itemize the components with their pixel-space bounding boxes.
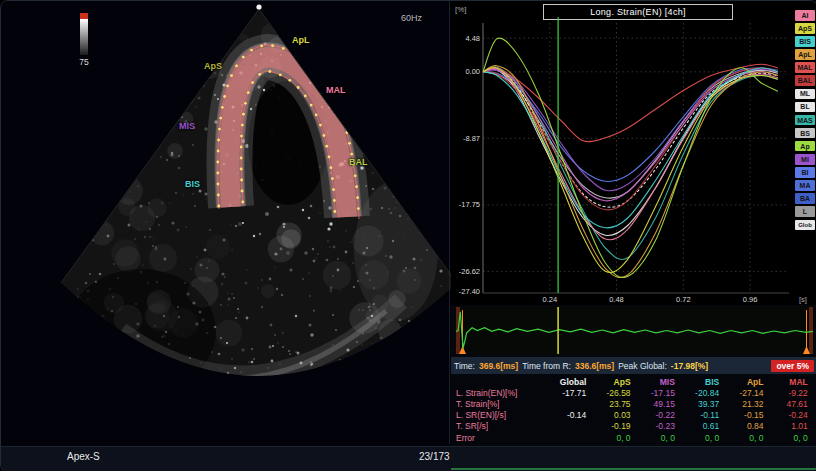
tracking-dot: [271, 44, 274, 47]
tracking-dot: [319, 124, 322, 127]
tracking-dot: [334, 210, 337, 213]
strain-curve-BS: [483, 70, 778, 198]
time-from-r-value: 336.6[ms]: [575, 361, 614, 371]
x-tick-label: 0.48: [609, 295, 624, 304]
table-header-row: GlobalApSMISBISApLMAL: [451, 376, 816, 387]
table-cell: 23.75: [595, 399, 639, 409]
row-label: L. SR(EN)[/s]: [451, 410, 551, 420]
segment-chip-Glob[interactable]: Glob: [795, 220, 815, 231]
x-axis-unit-label: [s]: [799, 295, 807, 304]
tracking-dot: [354, 174, 357, 177]
ecg-strip[interactable]: [456, 307, 813, 354]
ultrasound-sector: [1, 9, 451, 446]
strain-curve-Global: [483, 70, 778, 208]
tracking-dot: [240, 146, 243, 149]
segment-chip-Ap[interactable]: Ap: [795, 141, 815, 152]
tracking-dot: [310, 104, 313, 107]
tracking-dot: [325, 145, 328, 148]
table-cell: -0.22: [640, 410, 684, 420]
tracking-dot: [269, 70, 272, 73]
segment-chip-BIS[interactable]: BIS: [795, 36, 815, 47]
table-cell: -0.11: [684, 410, 728, 420]
tracking-dot: [221, 106, 224, 109]
frame-counter: 23/173: [419, 451, 450, 462]
table-cell: -17.15: [640, 388, 684, 398]
segment-chip-BL[interactable]: BL: [795, 102, 815, 113]
tracking-dot: [324, 81, 327, 84]
frame-rate-label: 60Hz: [401, 13, 422, 23]
tracking-dot: [301, 57, 304, 60]
tracking-dot: [223, 95, 226, 98]
table-cell: -0.19: [595, 421, 639, 431]
column-header-ApL: ApL: [728, 377, 772, 387]
measurement-info-bar: Time: 369.6[ms] Time from R: 336.6[ms] P…: [451, 357, 816, 374]
segment-chip-L[interactable]: L: [795, 206, 815, 217]
table-cell: 47.61: [772, 399, 816, 409]
table-cell: -26.58: [595, 388, 639, 398]
table-cell: 49.15: [640, 399, 684, 409]
table-cell: 39.37: [684, 399, 728, 409]
segment-chip-BAL[interactable]: BAL: [795, 75, 815, 86]
segment-chip-ApL[interactable]: ApL: [795, 49, 815, 60]
table-cell: 0, 0: [684, 433, 728, 443]
tracking-dot: [310, 64, 313, 67]
us-segment-label-MIS: MIS: [179, 121, 195, 131]
column-header-MAL: MAL: [772, 377, 816, 387]
strain-chart-panel: [%] Long. Strain(EN) [4ch] 4.480.00-8.87…: [451, 1, 816, 305]
strain-curve-plot[interactable]: 4.480.00-8.87-17.75-26.62-27.400.240.480…: [451, 1, 816, 305]
tracking-dot: [332, 188, 335, 191]
table-cell: 21.32: [728, 399, 772, 409]
tracking-dot: [328, 156, 331, 159]
y-tick-label: -27.40: [459, 287, 480, 296]
ultrasound-image[interactable]: 75: [1, 1, 451, 446]
tracking-dot: [242, 113, 245, 116]
table-cell: 0.61: [684, 421, 728, 431]
tracking-dot: [217, 183, 220, 186]
tracking-dot: [217, 139, 220, 142]
column-header-Global: Global: [551, 377, 595, 387]
tracking-dot: [317, 72, 320, 75]
ultrasound-panel[interactable]: 75 ApLApSMALMISBALBIS 60Hz: [1, 1, 451, 446]
tracking-dot: [288, 79, 291, 82]
table-cell: 0, 0: [595, 433, 639, 443]
app-root: 75 ApLApSMALMISBALBIS 60Hz [%] Long. Str…: [0, 0, 816, 471]
segment-chip-MAL[interactable]: MAL: [795, 62, 815, 73]
tracking-dot: [258, 73, 261, 76]
segment-chip-BA[interactable]: BA: [795, 193, 815, 204]
segment-chip-BS[interactable]: BS: [795, 128, 815, 139]
segment-chip-BI[interactable]: BI: [795, 167, 815, 178]
segment-chip-ApS[interactable]: ApS: [795, 23, 815, 34]
segment-chip-AI[interactable]: AI: [795, 10, 815, 21]
tracking-dot: [333, 199, 336, 202]
row-label: Error: [451, 433, 551, 443]
us-segment-label-MAL: MAL: [326, 85, 346, 95]
peak-global-label: Peak Global:: [618, 361, 667, 371]
time-label: Time:: [454, 361, 475, 371]
tracking-dot: [348, 142, 351, 145]
tracking-dot: [297, 86, 300, 89]
x-tick-label: 0.24: [542, 295, 557, 304]
tracking-dot: [216, 161, 219, 164]
strain-curve-BI: [483, 68, 778, 182]
strain-curves: [483, 38, 778, 277]
tracking-dot: [218, 128, 221, 131]
tracking-dot: [251, 81, 254, 84]
segment-chip-MI[interactable]: MI: [795, 154, 815, 165]
segment-chip-MAS[interactable]: MAS: [795, 115, 815, 126]
tracking-dot: [217, 150, 220, 153]
gain-value: 75: [79, 57, 89, 67]
y-tick-label: 0.00: [465, 67, 480, 76]
y-tick-label: -26.62: [459, 267, 480, 276]
y-tick-label: -8.87: [463, 134, 480, 143]
tracking-dot: [217, 194, 220, 197]
y-tick-label: -17.75: [459, 200, 480, 209]
table-cell: -27.14: [728, 388, 772, 398]
us-segment-label-ApL: ApL: [292, 35, 310, 45]
segment-chip-ML[interactable]: ML: [795, 89, 815, 100]
segment-chip-MA[interactable]: MA: [795, 180, 815, 191]
tracking-dot: [292, 51, 295, 54]
over-threshold-badge: over 5%: [771, 360, 814, 372]
tracking-dot: [242, 56, 245, 59]
tracking-dot: [350, 153, 353, 156]
time-from-r-label: Time from R:: [522, 361, 571, 371]
